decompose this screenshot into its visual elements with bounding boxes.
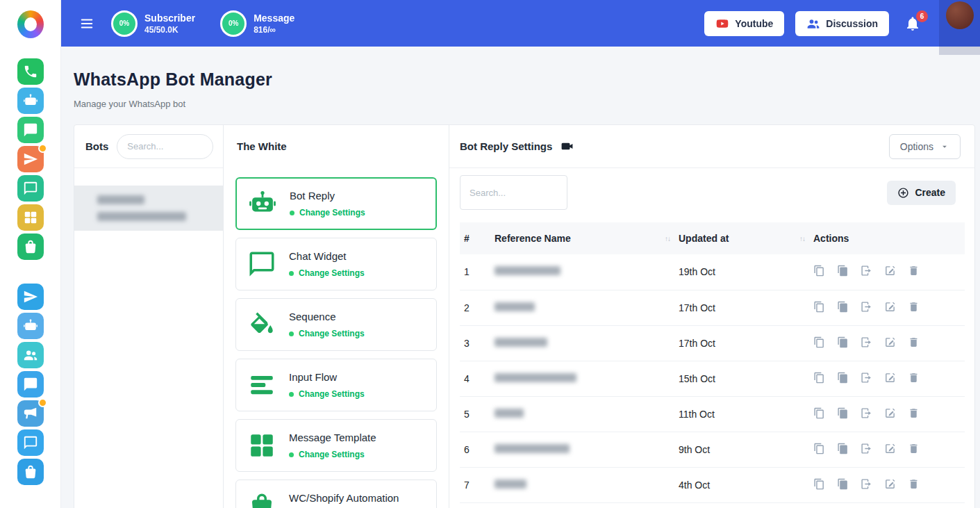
clone-button[interactable]: [837, 372, 849, 384]
options-button[interactable]: Options: [889, 134, 961, 159]
copy-button[interactable]: [813, 407, 825, 419]
change-settings-link[interactable]: Change Settings: [289, 450, 376, 459]
sidebar-item-logo[interactable]: [17, 11, 44, 38]
bot-list-item-selected[interactable]: [74, 186, 223, 231]
discussion-button-label: Discussion: [826, 18, 878, 29]
discussion-button[interactable]: Discussion: [795, 11, 889, 36]
change-settings-link[interactable]: Change Settings: [289, 268, 365, 278]
export-button[interactable]: [861, 407, 872, 419]
sort-arrows-icon[interactable]: ↑↓: [665, 235, 670, 243]
menu-toggle[interactable]: [79, 16, 94, 31]
sidebar-item-whatsapp-widget[interactable]: [17, 117, 44, 143]
setting-card-bot-reply[interactable]: Bot Reply Change Settings: [235, 177, 437, 230]
broadcast-icon: [23, 151, 38, 167]
column-updated-at[interactable]: Updated at ↑↓: [674, 222, 809, 254]
setting-label: Chat Widget: [289, 250, 365, 262]
reference-name-cell: [490, 502, 674, 508]
status-dot: [289, 452, 294, 457]
edit-icon: [884, 407, 896, 419]
message-label: Message: [254, 12, 294, 25]
edit-button[interactable]: [884, 443, 896, 454]
create-button[interactable]: Create: [887, 181, 956, 205]
edit-button[interactable]: [884, 407, 896, 419]
subscriber-value: 45/50.0K: [144, 25, 195, 35]
setting-card-chat-widget[interactable]: Chat Widget Change Settings: [235, 238, 437, 290]
sidebar-item-telegram[interactable]: [17, 284, 44, 310]
setting-card-wc-shopify-automation[interactable]: WC/Shopify Automation Change Settings: [235, 480, 437, 508]
copy-button[interactable]: [813, 443, 825, 454]
setting-card-input-flow[interactable]: Input Flow Change Settings: [235, 359, 437, 411]
copy-button[interactable]: [813, 336, 825, 348]
clone-button[interactable]: [837, 336, 849, 348]
export-button[interactable]: [861, 301, 872, 313]
delete-button[interactable]: [908, 301, 920, 313]
edit-button[interactable]: [884, 265, 896, 277]
row-number: 7: [460, 467, 490, 502]
export-button[interactable]: [861, 478, 872, 490]
change-settings-link[interactable]: Change Settings: [289, 329, 365, 338]
edit-button[interactable]: [884, 478, 896, 490]
copy-button[interactable]: [813, 372, 825, 384]
notifications-button[interactable]: 6: [904, 15, 921, 32]
setting-label: Bot Reply: [290, 190, 365, 202]
export-icon: [861, 336, 872, 348]
edit-button[interactable]: [884, 301, 896, 313]
clone-button[interactable]: [837, 301, 849, 313]
sidebar-item-telegram-group[interactable]: [17, 342, 44, 368]
export-button[interactable]: [861, 372, 872, 384]
message-usage: 0% Message 816/∞: [220, 10, 294, 37]
export-button[interactable]: [861, 265, 872, 277]
column-reference-name[interactable]: Reference Name ↑↓: [490, 222, 674, 254]
bot-name-redacted: [97, 195, 144, 204]
clone-button[interactable]: [837, 478, 849, 490]
sidebar-item-whatsapp-broadcast[interactable]: [17, 146, 44, 172]
reply-search-input[interactable]: [460, 175, 567, 210]
sidebar-item-whatsapp-bot[interactable]: [17, 88, 44, 114]
change-settings-link[interactable]: Change Settings: [289, 389, 365, 399]
copy-button[interactable]: [813, 265, 825, 277]
whatsapp-icon: [23, 64, 38, 79]
user-avatar[interactable]: [946, 1, 974, 29]
edit-button[interactable]: [884, 372, 896, 384]
sidebar-item-whatsapp-flows[interactable]: [17, 204, 44, 231]
clone-button[interactable]: [837, 443, 849, 454]
sidebar-item-telegram-widget[interactable]: [17, 371, 44, 398]
sidebar-item-telegram-bot[interactable]: [17, 313, 44, 339]
updated-at-cell: 4th Oct: [674, 467, 809, 502]
table-row: 7 4th Oct: [460, 467, 965, 502]
delete-icon: [908, 478, 920, 490]
clone-button[interactable]: [837, 265, 849, 277]
change-settings-link[interactable]: Change Settings: [290, 208, 365, 218]
export-button[interactable]: [861, 336, 872, 348]
youtube-button[interactable]: Youtube: [704, 11, 784, 36]
clone-button[interactable]: [837, 407, 849, 419]
setting-icon-wrap: [246, 309, 278, 341]
setting-card-message-template[interactable]: Message Template Change Settings: [235, 419, 437, 472]
delete-button[interactable]: [908, 265, 920, 277]
menu-icon: [79, 16, 94, 31]
delete-button[interactable]: [908, 372, 920, 384]
plus-circle-icon: [897, 187, 909, 199]
copy-button[interactable]: [813, 478, 825, 490]
table-row: 5 11th Oct: [460, 396, 965, 432]
delete-button[interactable]: [908, 407, 920, 419]
sidebar-item-telegram-chat[interactable]: [17, 429, 44, 456]
sidebar-item-telegram-shop[interactable]: [17, 459, 44, 485]
sidebar-item-whatsapp-chat[interactable]: [17, 175, 44, 202]
export-button[interactable]: [861, 443, 872, 454]
edit-button[interactable]: [884, 336, 896, 348]
bots-search-input[interactable]: [117, 134, 213, 159]
sidebar-item-whatsapp[interactable]: [17, 58, 44, 85]
sidebar-item-telegram-broadcast[interactable]: [17, 400, 44, 427]
delete-button[interactable]: [908, 336, 920, 348]
setting-card-sequence[interactable]: Sequence Change Settings: [235, 298, 437, 351]
video-tutorial-button[interactable]: [560, 140, 574, 153]
copy-button[interactable]: [813, 301, 825, 313]
row-number: 3: [460, 325, 490, 361]
delete-icon: [908, 265, 920, 277]
reply-table-body: 1 19th Oct 2 17th Oct 3 17th Oct 4 15th …: [460, 254, 965, 508]
sort-arrows-icon[interactable]: ↑↓: [799, 235, 805, 243]
delete-button[interactable]: [908, 443, 920, 454]
sidebar-item-whatsapp-shop[interactable]: [17, 233, 44, 260]
delete-button[interactable]: [908, 478, 920, 490]
